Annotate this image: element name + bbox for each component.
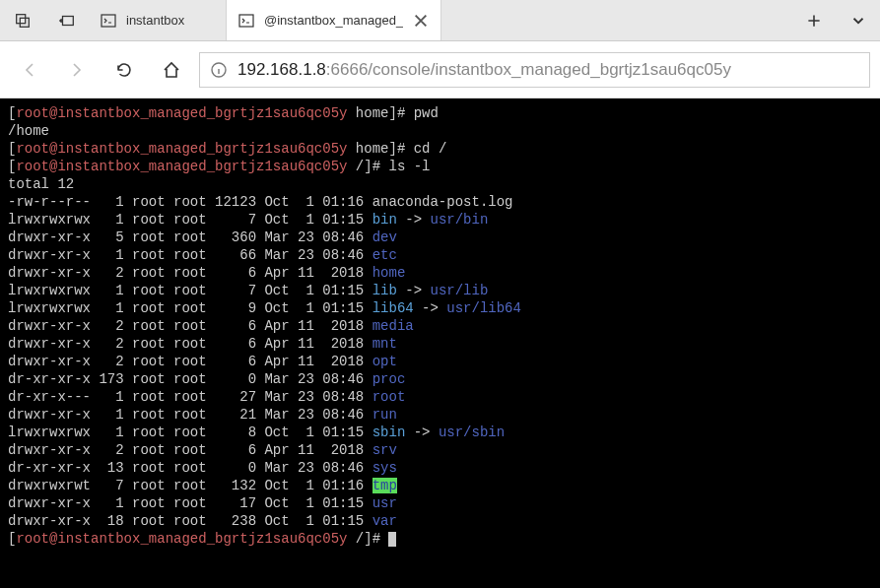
tab-menu-button[interactable] (836, 0, 880, 40)
url-text: 192.168.1.8:6666/console/instantbox_mana… (237, 60, 731, 80)
previous-window-button[interactable] (44, 0, 89, 40)
new-tab-button[interactable] (791, 0, 836, 40)
close-tab-button[interactable] (413, 13, 429, 29)
svg-rect-0 (16, 14, 25, 23)
terminal-icon (238, 13, 254, 29)
navbar: 192.168.1.8:6666/console/instantbox_mana… (0, 41, 880, 98)
svg-rect-4 (239, 15, 253, 27)
svg-rect-3 (102, 15, 115, 27)
address-bar[interactable]: 192.168.1.8:6666/console/instantbox_mana… (199, 52, 870, 88)
tab-title: @instantbox_managed_ (264, 13, 403, 28)
cascade-windows-button[interactable] (0, 0, 44, 40)
svg-rect-1 (20, 18, 29, 27)
tab-instantbox-managed[interactable]: @instantbox_managed_ (227, 0, 441, 40)
info-icon[interactable] (210, 61, 228, 79)
tab-instantbox[interactable]: instantbox (89, 0, 227, 40)
back-button[interactable] (10, 50, 49, 90)
terminal[interactable]: [root@instantbox_managed_bgrtjz1sau6qc05… (0, 98, 880, 588)
svg-rect-2 (62, 16, 73, 25)
tab-title: instantbox (126, 13, 184, 28)
forward-button[interactable] (57, 50, 97, 90)
home-button[interactable] (152, 50, 191, 90)
titlebar: instantbox @instantbox_managed_ (0, 0, 880, 41)
reload-button[interactable] (104, 50, 144, 90)
terminal-icon (101, 13, 116, 29)
